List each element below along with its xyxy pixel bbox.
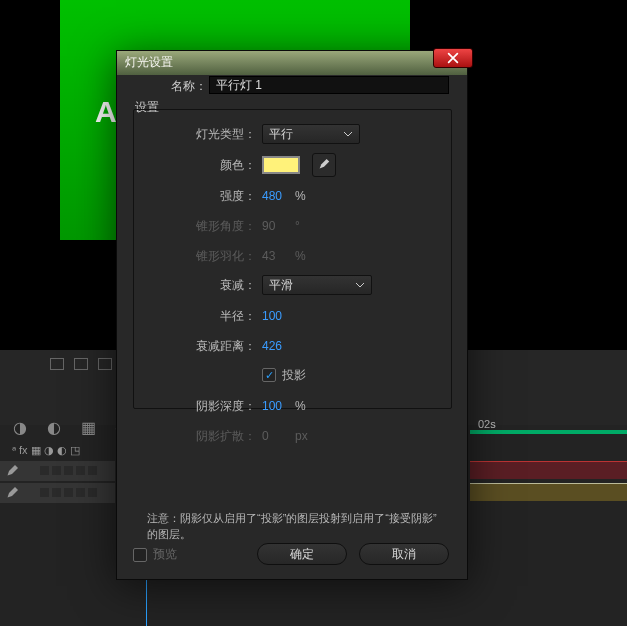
layer-row-1[interactable] xyxy=(0,461,115,481)
ok-button[interactable]: 确定 xyxy=(257,543,347,565)
intensity-suffix: % xyxy=(295,189,306,203)
pencil-icon xyxy=(6,487,18,499)
chevron-down-icon xyxy=(355,280,365,290)
shadow-note: 注意：阴影仅从启用了“投影”的图层投射到启用了“接受阴影”的图层。 xyxy=(147,510,442,542)
light-type-label: 灯光类型： xyxy=(117,126,262,143)
shadow-diffusion-label: 阴影扩散： xyxy=(117,428,262,445)
name-label: 名称： xyxy=(171,78,207,95)
shadow-darkness-suffix: % xyxy=(295,399,306,413)
cone-angle-label: 锥形角度： xyxy=(117,218,262,235)
falloff-value: 平滑 xyxy=(269,277,293,294)
falloff-label: 衰减： xyxy=(117,277,262,294)
color-swatch[interactable] xyxy=(262,156,300,174)
radius-value[interactable]: 100 xyxy=(262,309,292,323)
eyedropper-icon xyxy=(317,158,331,172)
cast-shadow-label: 投影 xyxy=(282,367,306,384)
viewport-btn-1[interactable] xyxy=(50,358,64,370)
layer-2-bar[interactable] xyxy=(470,483,627,501)
dialog-title-text: 灯光设置 xyxy=(125,55,173,69)
layer-1-bar[interactable] xyxy=(470,461,627,479)
shadow-diffusion-value: 0 xyxy=(262,429,292,443)
chevron-down-icon xyxy=(343,129,353,139)
light-type-select[interactable]: 平行 xyxy=(262,124,360,144)
falloff-select[interactable]: 平滑 xyxy=(262,275,372,295)
intensity-label: 强度： xyxy=(117,188,262,205)
cone-feather-suffix: % xyxy=(295,249,306,263)
shadow-diffusion-suffix: px xyxy=(295,429,308,443)
preview-label: 预览 xyxy=(153,546,177,563)
viewport-btn-2[interactable] xyxy=(74,358,88,370)
falloff-distance-label: 衰减距离： xyxy=(117,338,262,355)
cone-angle-suffix: ° xyxy=(295,219,300,233)
shadow-darkness-label: 阴影深度： xyxy=(117,398,262,415)
tool-frame-icon[interactable]: ▦ xyxy=(78,418,98,438)
cone-feather-label: 锥形羽化： xyxy=(117,248,262,265)
name-input[interactable] xyxy=(209,76,449,94)
tool-fx-icon[interactable]: ◐ xyxy=(44,418,64,438)
layer-row-2[interactable] xyxy=(0,483,115,503)
cone-angle-value: 90 xyxy=(262,219,292,233)
falloff-distance-value[interactable]: 426 xyxy=(262,339,292,353)
work-area-bar[interactable] xyxy=(470,430,627,434)
cancel-button[interactable]: 取消 xyxy=(359,543,449,565)
viewport-toolbar xyxy=(50,358,112,370)
close-button[interactable] xyxy=(433,48,473,68)
comp-letter: A xyxy=(95,95,117,129)
close-icon xyxy=(446,51,460,65)
color-label: 颜色： xyxy=(117,157,262,174)
light-settings-dialog: 灯光设置 名称： 设置 灯光类型： 平行 颜色： 强度： 480 % 锥形角度：… xyxy=(116,50,468,580)
viewport-btn-3[interactable] xyxy=(98,358,112,370)
cast-shadow-checkbox[interactable] xyxy=(262,368,276,382)
preview-checkbox[interactable] xyxy=(133,548,147,562)
time-marker-02s: 02s xyxy=(478,418,496,430)
radius-label: 半径： xyxy=(117,308,262,325)
eyedropper-button[interactable] xyxy=(312,153,336,177)
tool-shy-icon[interactable]: ◑ xyxy=(10,418,30,438)
pencil-icon xyxy=(6,465,18,477)
shadow-darkness-value[interactable]: 100 xyxy=(262,399,292,413)
light-type-value: 平行 xyxy=(269,126,293,143)
cone-feather-value: 43 xyxy=(262,249,292,263)
dialog-titlebar[interactable]: 灯光设置 xyxy=(117,51,467,75)
intensity-value[interactable]: 480 xyxy=(262,189,292,203)
switches-header: ᵃ fx ▦ ◑ ◐ ◳ xyxy=(12,444,102,457)
